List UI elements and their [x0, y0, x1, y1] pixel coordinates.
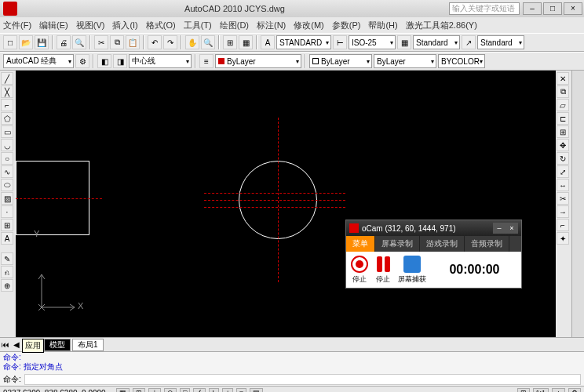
ocam-tab-screen[interactable]: 屏幕录制 [375, 236, 420, 252]
dim-style-icon[interactable]: ⊢ [333, 35, 347, 49]
ellipse-tool[interactable]: ⬭ [1, 179, 13, 191]
minimize-button[interactable]: – [523, 2, 542, 15]
anno-vis-toggle[interactable]: ▲ [552, 388, 565, 393]
print-button[interactable]: 🖨 [57, 35, 71, 49]
move-tool[interactable]: ✥ [557, 139, 569, 151]
ocam-tab-audio[interactable]: 音频录制 [465, 236, 509, 252]
mleader-style-dropdown[interactable]: Standard [477, 35, 524, 49]
layer-iso-button[interactable]: ◨ [113, 54, 127, 68]
undo-button[interactable]: ↶ [148, 35, 162, 49]
text-style-dropdown[interactable]: STANDARD [276, 35, 331, 49]
modify-tool-2[interactable]: ⎌ [1, 266, 13, 278]
save-button[interactable]: 💾 [35, 35, 49, 49]
ocam-pause-button[interactable]: 停止 [374, 256, 392, 285]
layer-dropdown[interactable]: ByLayer [215, 54, 301, 68]
rotate-tool[interactable]: ↻ [557, 152, 569, 165]
menu-format[interactable]: 格式(O) [146, 20, 176, 31]
ocam-tab-game[interactable]: 游戏录制 [420, 236, 465, 252]
layer-state-button[interactable]: ◧ [97, 54, 111, 68]
ocam-close-button[interactable]: × [506, 223, 518, 234]
layout1-tab[interactable]: 布局1 [72, 339, 104, 351]
color-dropdown[interactable]: ByLayer [309, 54, 372, 68]
menu-dimension[interactable]: 标注(N) [257, 20, 286, 31]
cut-button[interactable]: ✂ [94, 35, 108, 49]
anno-scale[interactable]: 1:1 [533, 388, 549, 393]
model-tab[interactable]: 模型 [44, 339, 71, 351]
properties-button[interactable]: ⊞ [223, 35, 237, 49]
layer-props-button[interactable]: ≡ [199, 54, 214, 68]
erase-tool[interactable]: ✕ [557, 72, 569, 85]
array-tool[interactable]: ⊞ [557, 125, 569, 138]
scale-tool[interactable]: ⤢ [557, 165, 569, 178]
line-tool[interactable]: ╱ [1, 72, 13, 85]
preview-button[interactable]: 🔍 [72, 35, 86, 49]
lwt-toggle[interactable]: ≡ [236, 388, 246, 393]
menu-laser-toolbox[interactable]: 激光工具箱2.86(Y) [406, 20, 477, 31]
model-paper-toggle[interactable]: ⊞ [517, 388, 530, 393]
copy-button[interactable]: ⧉ [110, 35, 124, 49]
ortho-toggle[interactable]: ⊥ [148, 388, 161, 393]
dyn-toggle[interactable]: + [222, 388, 232, 393]
zoom-button[interactable]: 🔍 [201, 35, 215, 49]
menu-modify[interactable]: 修改(M) [294, 20, 324, 31]
pan-button[interactable]: ✋ [185, 35, 199, 49]
tab-nav-first[interactable]: ⏮ [0, 340, 11, 349]
ducs-toggle[interactable]: L [209, 388, 219, 393]
drawing-canvas[interactable]: Y X oCam (312, 60, 1444, 971) – × 菜单 屏幕录… [16, 71, 556, 337]
close-button[interactable]: × [564, 2, 582, 15]
lineweight-dropdown[interactable]: ByLayer [374, 54, 436, 68]
explode-tool[interactable]: ✦ [557, 232, 569, 245]
table-style-icon[interactable]: ▦ [397, 35, 411, 49]
menu-file[interactable]: 文件(F) [3, 20, 31, 31]
vertical-scrollbar[interactable] [571, 71, 584, 337]
workspace-dropdown[interactable]: AutoCAD 经典 [3, 54, 74, 68]
dim-style-dropdown[interactable]: ISO-25 [349, 35, 396, 49]
arc-tool[interactable]: ◡ [1, 139, 13, 151]
ocam-tab-menu[interactable]: 菜单 [346, 236, 375, 252]
snap-toggle[interactable]: ▦ [116, 388, 130, 393]
ocam-titlebar[interactable]: oCam (312, 60, 1444, 971) – × [346, 220, 521, 236]
plotstyle-dropdown[interactable]: BYCOLOR [438, 54, 485, 68]
new-button[interactable]: □ [3, 35, 17, 49]
otrack-toggle[interactable]: ∠ [193, 388, 206, 393]
grid-toggle[interactable]: ⊞ [133, 388, 145, 393]
mleader-style-icon[interactable]: ↗ [462, 35, 476, 49]
ocam-stop-button[interactable]: 停止 [351, 256, 368, 285]
extend-tool[interactable]: → [557, 205, 569, 218]
stretch-tool[interactable]: ↔ [557, 179, 569, 191]
fillet-tool[interactable]: ⌐ [557, 219, 569, 231]
command-window[interactable]: 命令: 命令: 指定对角点 [0, 351, 584, 373]
qp-toggle[interactable]: ▤ [250, 388, 263, 393]
xline-tool[interactable]: ╳ [1, 85, 13, 98]
tab-nav-prev[interactable]: ◀ [11, 340, 22, 349]
app-logo[interactable] [3, 2, 17, 16]
mirror-tool[interactable]: ▱ [557, 99, 569, 111]
workspace-settings-button[interactable]: ⚙ [75, 54, 89, 68]
ocam-minimize-button[interactable]: – [493, 223, 506, 234]
offset-tool[interactable]: ⊏ [557, 112, 569, 125]
menu-tools[interactable]: 工具(T) [184, 20, 212, 31]
circle-tool[interactable]: ○ [1, 152, 13, 165]
hatch-tool[interactable]: ▨ [1, 192, 13, 205]
command-input[interactable] [24, 374, 581, 385]
open-button[interactable]: 📂 [19, 35, 33, 49]
ocam-window[interactable]: oCam (312, 60, 1444, 971) – × 菜单 屏幕录制 游戏… [345, 220, 522, 289]
redo-button[interactable]: ↷ [163, 35, 177, 49]
text-tool[interactable]: A [1, 232, 13, 245]
tool-palette-button[interactable]: ▦ [239, 35, 253, 49]
workspace-switch[interactable]: ⚙ [568, 388, 581, 393]
text-style-icon[interactable]: A [261, 35, 275, 49]
menu-help[interactable]: 帮助(H) [368, 20, 397, 31]
menu-edit[interactable]: 编辑(E) [39, 20, 68, 31]
linetype-dropdown[interactable]: 中心线 [129, 54, 192, 68]
block-tool[interactable]: ⊞ [1, 219, 13, 231]
osnap-toggle[interactable]: □ [180, 388, 190, 393]
coordinates-display[interactable]: 9337.6309, 838.6280, 0.0000 [3, 389, 113, 392]
point-tool[interactable]: · [1, 205, 13, 218]
spline-tool[interactable]: ∿ [1, 165, 13, 178]
polyline-tool[interactable]: ⌐ [1, 99, 13, 111]
menu-parametric[interactable]: 参数(P) [332, 20, 361, 31]
table-style-dropdown[interactable]: Standard [413, 35, 460, 49]
menu-view[interactable]: 视图(V) [76, 20, 105, 31]
rectangle-tool[interactable]: ▭ [1, 125, 13, 138]
